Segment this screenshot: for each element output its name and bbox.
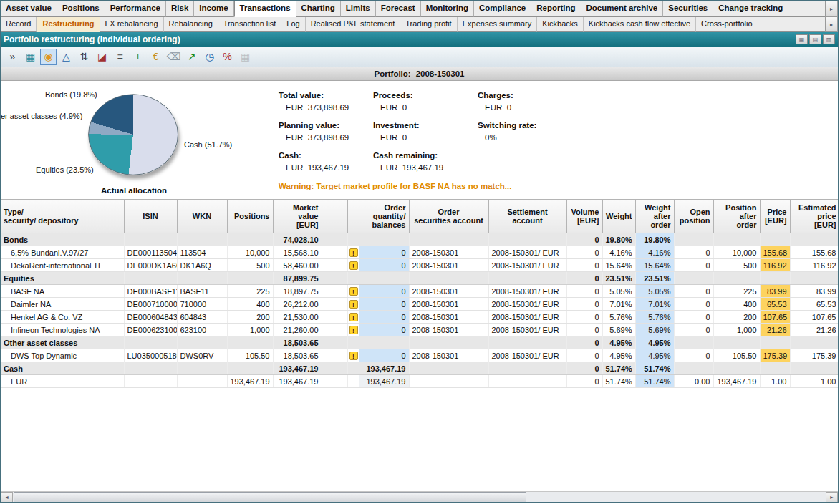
eraser-button[interactable]: ⌫ [165, 49, 182, 65]
column-header-type-0[interactable]: Type/ security/ depository [1, 200, 124, 233]
group-row-bonds[interactable]: Bonds74,028.10019.80%19.80% [1, 233, 839, 246]
tab-positions[interactable]: Positions [57, 1, 105, 17]
subtab-log[interactable]: Log [281, 17, 305, 32]
tab-reporting[interactable]: Reporting [531, 1, 581, 17]
security-row-henkel-ag-co-vz[interactable]: Henkel AG & Co. VZDE00060484326048432002… [1, 311, 839, 324]
column-header-weight-12[interactable]: Weight after order [635, 200, 674, 233]
column-header-market-4[interactable]: Market value [EUR] [273, 200, 322, 233]
column-header-settlement-9[interactable]: Settlement account [488, 200, 566, 233]
column-header-isin-1[interactable]: ISIN [124, 200, 177, 233]
cell-order_qty[interactable]: 0 [359, 324, 409, 336]
layout-grid-button[interactable]: ▦ [796, 34, 808, 44]
performance-chart-button[interactable]: ▦ [22, 49, 39, 65]
column-header-wkn-2[interactable]: WKN [177, 200, 227, 233]
column-header-spacer-6[interactable] [347, 200, 359, 233]
subtab-restructuring[interactable]: Restructuring [37, 17, 100, 32]
sliders-button[interactable]: ≡ [112, 49, 128, 65]
group-row-other-asset-classes[interactable]: Other asset classes18,503.6504.95%4.95% [1, 336, 839, 349]
tab-change-tracking[interactable]: Change tracking [713, 1, 788, 17]
security-row-basf-na[interactable]: BASF NADE000BASF111BASF1122518,897.75!02… [1, 285, 839, 298]
scroll-left-button[interactable]: ◄ [1, 492, 13, 503]
column-header-estimated-16[interactable]: Estimated price [EUR] [790, 200, 839, 233]
cell-order_qty[interactable]: 0 [359, 349, 409, 362]
cell-wkn: 113504 [177, 246, 227, 259]
security-row-infineon-technologies-na[interactable]: Infineon Technologies NADE00062310046231… [1, 324, 839, 336]
tab-document-archive[interactable]: Document archive [581, 1, 664, 17]
security-row-6-5-bundanl-v-97-27[interactable]: 6,5% Bundanl.V.97/27DE000113504411350410… [1, 246, 839, 259]
group-row-cash[interactable]: Cash193,467.19193,467.19051.74%51.74% [1, 362, 839, 375]
security-row-daimler-na[interactable]: Daimler NADE000710000071000040026,212.00… [1, 298, 839, 311]
chart-up-button[interactable]: ↗ [183, 49, 200, 65]
cell-open: 0 [674, 311, 713, 324]
tab-forecast[interactable]: Forecast [376, 1, 421, 17]
tab-securities[interactable]: Securities [663, 1, 713, 17]
main-tab-overflow-button[interactable]: ▸ [825, 1, 838, 17]
column-header-volume-10[interactable]: Volume [EUR] [566, 200, 602, 233]
subtab-realised-p-l-statement[interactable]: Realised P&L statement [306, 17, 401, 32]
cell-name: DekaRent-international TF [1, 259, 124, 272]
cell-positions: 400 [227, 298, 273, 311]
tab-risk[interactable]: Risk [166, 1, 194, 17]
cell-order_qty[interactable]: 193,467.19 [359, 375, 409, 388]
stat-value: EUR 193,467.19 [373, 163, 478, 172]
cell-positions [227, 362, 273, 375]
subtab-kickbacks[interactable]: Kickbacks [537, 17, 584, 32]
percent-chart-button[interactable]: % [219, 49, 236, 65]
cell-order_qty[interactable]: 0 [359, 311, 409, 324]
column-header-spacer-5[interactable] [322, 200, 347, 233]
subtab-transaction-list[interactable]: Transaction list [218, 17, 282, 32]
add-button[interactable]: + [130, 49, 146, 65]
scrollbar-track[interactable] [13, 492, 826, 503]
layout-columns-button[interactable]: ▥ [823, 34, 835, 44]
euro-button[interactable]: € [148, 49, 164, 65]
globe-button[interactable]: ◉ [40, 49, 57, 65]
globe-time-button[interactable]: ◷ [201, 49, 218, 65]
tab-performance[interactable]: Performance [105, 1, 166, 17]
tab-transactions[interactable]: Transactions [234, 1, 296, 17]
cell-order_qty[interactable]: 0 [359, 246, 409, 259]
cell-market: 74,028.10 [273, 233, 322, 246]
layout-split-button[interactable]: ▤ [809, 34, 821, 44]
table-copy-button[interactable]: ▦ [237, 49, 254, 65]
horizontal-scrollbar[interactable]: ◄ ► [1, 491, 838, 503]
subtab-trading-profit[interactable]: Trading profit [400, 17, 457, 32]
group-row-equities[interactable]: Equities87,899.75023.51%23.51% [1, 272, 839, 285]
scroll-right-button[interactable]: ► [826, 492, 838, 503]
insert-position-button[interactable]: ⇅ [76, 49, 92, 65]
tab-limits[interactable]: Limits [341, 1, 376, 17]
tab-monitoring[interactable]: Monitoring [421, 1, 474, 17]
chart-compare-button[interactable]: ◪ [94, 49, 110, 65]
positions-table: Type/ security/ depositoryISINWKNPositio… [1, 199, 839, 388]
tab-charting[interactable]: Charting [296, 1, 341, 17]
expand-chevrons-button[interactable]: » [4, 49, 21, 65]
cell-wkn [177, 336, 227, 349]
tab-asset-value[interactable]: Asset value [1, 1, 57, 17]
titlebar: Portfolio restructuring (Individual orde… [1, 32, 838, 47]
subtab-fx-rebalancing[interactable]: FX rebalancing [100, 17, 164, 32]
cell-order_qty[interactable]: 0 [359, 259, 409, 272]
subtab-kickbacks-cash-flow-effective[interactable]: Kickbacks cash flow effective [584, 17, 696, 32]
column-header-price-15[interactable]: Price [EUR] [760, 200, 790, 233]
subtab-expenses-summary[interactable]: Expenses summary [458, 17, 538, 32]
security-row-eur[interactable]: EUR193,467.19193,467.19193,467.19051.74%… [1, 375, 839, 388]
column-header-order-8[interactable]: Order securities account [409, 200, 488, 233]
tab-compliance[interactable]: Compliance [474, 1, 531, 17]
security-row-dekarent-international-tf[interactable]: DekaRent-international TFDE000DK1A6Q9DK1… [1, 259, 839, 272]
summary-panel: Actual allocation Total value:EUR 373,89… [1, 81, 838, 199]
column-header-order-7[interactable]: Order quantity/ balances [359, 200, 409, 233]
column-header-positions-3[interactable]: Positions [227, 200, 273, 233]
column-header-open-13[interactable]: Open position [674, 200, 713, 233]
column-header-weight-11[interactable]: Weight [602, 200, 635, 233]
cell-order_acct [409, 233, 488, 246]
tab-income[interactable]: Income [194, 1, 233, 17]
cell-order_qty[interactable]: 0 [359, 298, 409, 311]
subtab-record[interactable]: Record [1, 17, 37, 32]
security-row-dws-top-dynamic[interactable]: DWS Top DynamicLU0350005186DWS0RV105.501… [1, 349, 839, 362]
scrollbar-thumb[interactable] [14, 492, 526, 503]
column-header-position-14[interactable]: Position after order [713, 200, 760, 233]
subtab-cross-portfolio[interactable]: Cross-portfolio [696, 17, 758, 32]
cell-order_qty[interactable]: 0 [359, 285, 409, 298]
delta-button[interactable]: △ [58, 49, 74, 65]
sub-tab-overflow-button[interactable]: ▸ [825, 17, 838, 32]
subtab-rebalancing[interactable]: Rebalancing [164, 17, 218, 32]
